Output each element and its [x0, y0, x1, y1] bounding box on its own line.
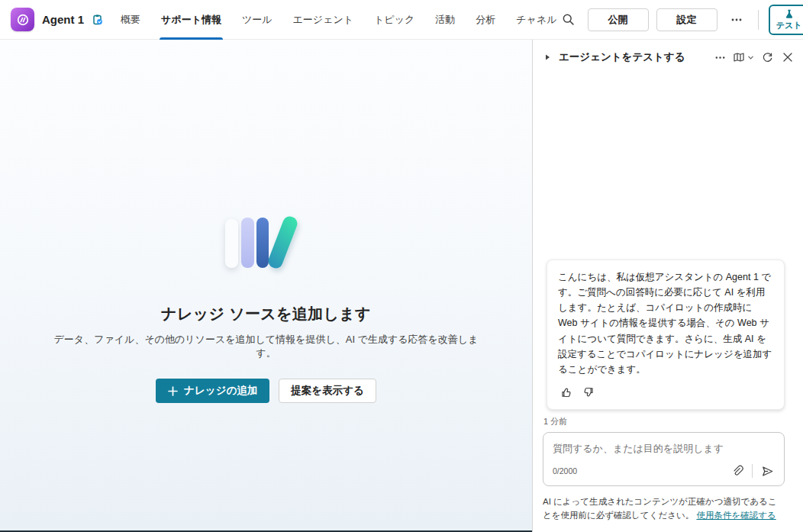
tab-tools[interactable]: ツール — [242, 0, 273, 40]
page-description: データ、ファイル、その他のリソースを追加して情報を提供し、AI で生成する応答を… — [45, 333, 488, 360]
publish-button[interactable]: 公開 — [588, 8, 649, 31]
settings-button[interactable]: 設定 — [656, 8, 718, 31]
close-panel-button[interactable] — [779, 47, 797, 67]
thumbs-up-button[interactable] — [558, 384, 575, 401]
more-options-button[interactable] — [725, 8, 748, 31]
message-timestamp: 1 分前 — [543, 416, 785, 427]
message-feedback — [558, 377, 773, 405]
book-teal-tilted — [266, 214, 298, 270]
activity-map-icon — [733, 51, 745, 63]
tab-analytics[interactable]: 分析 — [476, 0, 495, 40]
attach-button[interactable] — [728, 462, 747, 480]
page-title: ナレッジ ソースを追加します — [45, 304, 488, 324]
chat-area: こんにちは、私は仮想アシスタントの Agent 1 です。ご質問への回答時に必要… — [533, 70, 803, 432]
tab-agents[interactable]: エージェント — [293, 0, 354, 40]
terms-link[interactable]: 使用条件を確認する — [696, 511, 776, 520]
chat-input[interactable] — [553, 443, 776, 454]
composer-divider — [752, 464, 753, 478]
tab-topics[interactable]: トピック — [374, 0, 414, 40]
more-icon — [730, 14, 743, 26]
books-illustration-icon — [225, 214, 308, 272]
add-knowledge-button[interactable]: ナレッジの追加 — [156, 379, 269, 403]
panel-more-button[interactable] — [711, 47, 729, 67]
brand: Agent 1 — [11, 8, 104, 31]
close-icon — [782, 52, 793, 63]
book-white — [225, 219, 238, 268]
bot-message: こんにちは、私は仮想アシスタントの Agent 1 です。ご質問への回答時に必要… — [547, 260, 785, 411]
agent-name: Agent 1 — [42, 13, 84, 26]
test-agent-panel: エージェントをテストする — [532, 40, 803, 532]
more-icon — [714, 52, 726, 63]
search-button[interactable] — [557, 8, 580, 31]
send-icon — [761, 465, 774, 478]
composer-actions — [728, 462, 776, 480]
collapse-panel-button[interactable] — [542, 52, 553, 63]
thumbs-down-button[interactable] — [580, 384, 597, 401]
panel-title: エージェントをテストする — [559, 50, 685, 64]
show-suggestions-button[interactable]: 提案を表示する — [279, 379, 376, 403]
tab-knowledge[interactable]: サポート情報 — [161, 0, 221, 40]
bot-message-text: こんにちは、私は仮想アシスタントの Agent 1 です。ご質問への回答時に必要… — [558, 269, 773, 378]
plus-icon — [168, 386, 178, 396]
tab-overview[interactable]: 概要 — [121, 0, 140, 40]
refresh-icon — [762, 52, 773, 63]
empty-state-actions: ナレッジの追加 提案を表示する — [45, 379, 488, 403]
test-button[interactable]: テスト — [769, 5, 803, 35]
paperclip-icon — [731, 465, 743, 477]
composer-row: 0/2000 — [553, 462, 776, 480]
nav-tabs: 概要 サポート情報 ツール エージェント トピック 活動 分析 チャネル — [121, 0, 557, 40]
knowledge-page: ナレッジ ソースを追加します データ、ファイル、その他のリソースを追加して情報を… — [0, 40, 532, 532]
environment-icon[interactable] — [92, 14, 104, 26]
tab-channels[interactable]: チャネル — [516, 0, 556, 40]
thumbs-up-icon — [560, 386, 572, 398]
knowledge-empty-state: ナレッジ ソースを追加します データ、ファイル、その他のリソースを追加して情報を… — [45, 214, 488, 532]
chevron-down-icon — [747, 54, 754, 61]
top-bar: Agent 1 概要 サポート情報 ツール エージェント トピック 活動 分析 … — [0, 0, 803, 40]
send-button[interactable] — [758, 462, 776, 480]
add-knowledge-label: ナレッジの追加 — [184, 384, 257, 398]
char-count: 0/2000 — [553, 466, 577, 476]
chevron-right-icon — [543, 53, 551, 61]
chat-composer[interactable]: 0/2000 — [543, 432, 785, 486]
thumbs-down-icon — [582, 386, 595, 398]
book-blue — [256, 218, 269, 268]
search-icon — [562, 13, 575, 26]
refresh-button[interactable] — [758, 47, 776, 67]
tab-activity[interactable]: 活動 — [435, 0, 455, 40]
activity-map-button[interactable] — [731, 47, 756, 67]
flask-icon — [784, 8, 795, 19]
book-lavender — [241, 218, 254, 268]
topbar-divider — [758, 10, 759, 30]
ai-disclaimer: AI によって生成されたコンテンツが正確かつ適切であることを使用前に必ず確認して… — [543, 495, 785, 532]
content-row: ナレッジ ソースを追加します データ、ファイル、その他のリソースを追加して情報を… — [0, 40, 803, 532]
copilot-studio-window: Agent 1 概要 サポート情報 ツール エージェント トピック 活動 分析 … — [0, 0, 803, 532]
panel-icon-group — [711, 47, 797, 67]
agent-avatar[interactable] — [11, 8, 34, 31]
panel-header: エージェントをテストする — [533, 40, 803, 70]
topbar-actions: 公開 設定 テスト — [557, 5, 803, 35]
test-button-label: テスト — [776, 20, 802, 31]
agent-avatar-icon — [16, 13, 30, 27]
